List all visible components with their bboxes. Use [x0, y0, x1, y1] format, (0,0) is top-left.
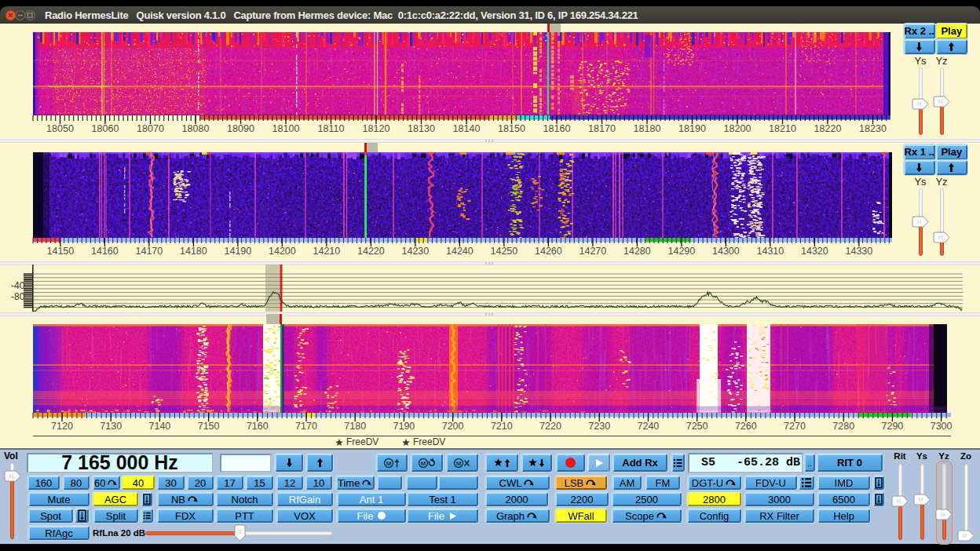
svg-text:M: M	[421, 459, 426, 466]
svg-text:M: M	[456, 459, 462, 466]
svg-text:M: M	[386, 459, 391, 466]
